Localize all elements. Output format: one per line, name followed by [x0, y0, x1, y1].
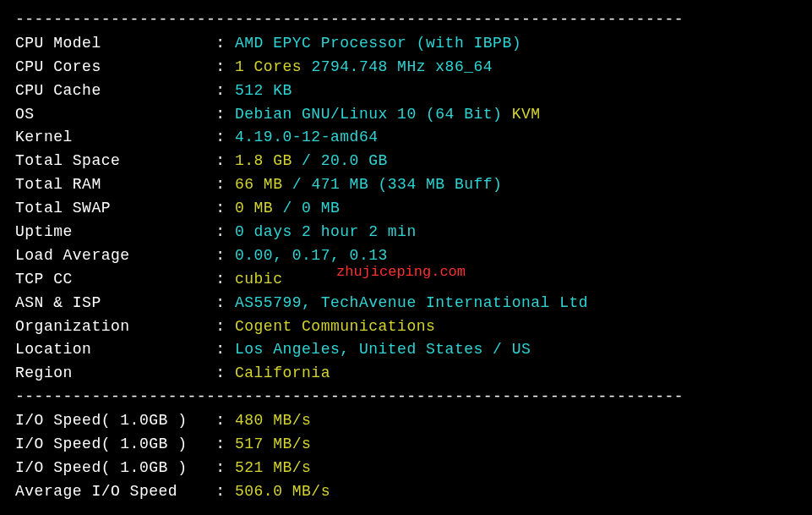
io-value: 480 MB/s [235, 412, 311, 429]
info-value: 66 MB [235, 176, 292, 193]
io-label: I/O Speed( 1.0GB ) [15, 409, 215, 433]
info-row: ASN & ISP : AS55799, TechAvenue Internat… [15, 292, 797, 315]
info-value: 0 MB [235, 200, 283, 216]
colon: : [215, 129, 235, 145]
io-row: Average I/O Speed : 506.0 MB/s [15, 480, 797, 504]
colon: : [215, 483, 235, 500]
info-value: 2794.748 MHz x86_64 [311, 58, 493, 75]
info-label: Region [15, 362, 215, 386]
io-value: 517 MB/s [235, 436, 311, 452]
colon: : [215, 152, 235, 169]
info-row: Total Space : 1.8 GB / 20.0 GB [15, 150, 797, 173]
colon: : [215, 58, 235, 75]
colon: : [215, 200, 235, 216]
info-value: / [292, 176, 312, 193]
info-value: 512 KB [235, 82, 292, 99]
info-value: AMD EPYC Processor (with IBPB) [235, 35, 521, 52]
info-row: CPU Cache : 512 KB [15, 79, 797, 103]
info-label: CPU Cores [15, 56, 215, 79]
divider-mid: ----------------------------------------… [15, 386, 797, 409]
info-row: Kernel : 4.19.0-12-amd64 [15, 126, 797, 150]
colon: : [215, 364, 235, 381]
info-value: Los Angeles, United States / US [235, 341, 531, 358]
info-value: (334 MB Buff) [379, 176, 503, 193]
info-value: 20.0 GB [321, 152, 388, 169]
colon: : [215, 106, 235, 123]
info-label: Total SWAP [15, 197, 215, 221]
info-label: CPU Model [15, 32, 215, 56]
info-value: Cogent Communications [235, 318, 435, 335]
info-value: / [282, 200, 302, 216]
colon: : [215, 247, 235, 264]
info-label: OS [15, 103, 215, 127]
colon: : [215, 341, 235, 358]
info-label: Load Average [15, 244, 215, 268]
info-value: AS55799, TechAvenue International Ltd [235, 294, 588, 311]
info-label: Total Space [15, 150, 215, 173]
io-label: I/O Speed( 1.0GB ) [15, 433, 215, 457]
colon: : [215, 223, 235, 240]
info-label: ASN & ISP [15, 292, 215, 315]
info-value: KVM [512, 106, 541, 123]
info-label: CPU Cache [15, 79, 215, 103]
io-speed-block: I/O Speed( 1.0GB ) : 480 MB/sI/O Speed( … [15, 409, 797, 504]
info-row: CPU Cores : 1 Cores 2794.748 MHz x86_64 [15, 56, 797, 79]
io-row: I/O Speed( 1.0GB ) : 517 MB/s [15, 433, 797, 457]
system-info-block: CPU Model : AMD EPYC Processor (with IBP… [15, 32, 797, 386]
colon: : [215, 82, 235, 99]
info-label: Uptime [15, 221, 215, 244]
info-label: TCP CC [15, 268, 215, 292]
colon: : [215, 294, 235, 311]
io-label: I/O Speed( 1.0GB ) [15, 457, 215, 480]
io-label: Average I/O Speed [15, 480, 215, 504]
info-label: Total RAM [15, 173, 215, 197]
info-label: Kernel [15, 126, 215, 150]
colon: : [215, 436, 235, 452]
colon: : [215, 271, 235, 288]
info-value: 0 days 2 hour 2 min [235, 223, 417, 240]
info-value: 1 Cores [235, 58, 311, 75]
info-row: CPU Model : AMD EPYC Processor (with IBP… [15, 32, 797, 56]
info-value: 471 MB [311, 176, 378, 193]
io-row: I/O Speed( 1.0GB ) : 521 MB/s [15, 457, 797, 480]
info-row: Region : California [15, 362, 797, 386]
io-row: I/O Speed( 1.0GB ) : 480 MB/s [15, 409, 797, 433]
info-value: Debian GNU/Linux 10 (64 Bit) [235, 106, 512, 123]
colon: : [215, 318, 235, 335]
info-row: Total SWAP : 0 MB / 0 MB [15, 197, 797, 221]
info-label: Location [15, 338, 215, 362]
colon: : [215, 412, 235, 429]
divider-top: ----------------------------------------… [15, 8, 797, 32]
info-value: 0 MB [302, 200, 340, 216]
info-value: California [235, 364, 330, 381]
io-value: 506.0 MB/s [235, 483, 330, 500]
info-row: OS : Debian GNU/Linux 10 (64 Bit) KVM [15, 103, 797, 127]
info-label: Organization [15, 315, 215, 339]
info-row: Total RAM : 66 MB / 471 MB (334 MB Buff) [15, 173, 797, 197]
info-value: cubic [235, 271, 283, 288]
info-value: / [302, 152, 321, 169]
info-value: 1.8 GB [235, 152, 302, 169]
colon: : [215, 35, 235, 52]
info-row: Uptime : 0 days 2 hour 2 min [15, 221, 797, 244]
info-row: Organization : Cogent Communications [15, 315, 797, 339]
colon: : [215, 459, 235, 476]
watermark: zhujiceping.com [336, 261, 466, 283]
info-row: Location : Los Angeles, United States / … [15, 338, 797, 362]
info-value: 4.19.0-12-amd64 [235, 129, 379, 145]
io-value: 521 MB/s [235, 459, 311, 476]
colon: : [215, 176, 235, 193]
